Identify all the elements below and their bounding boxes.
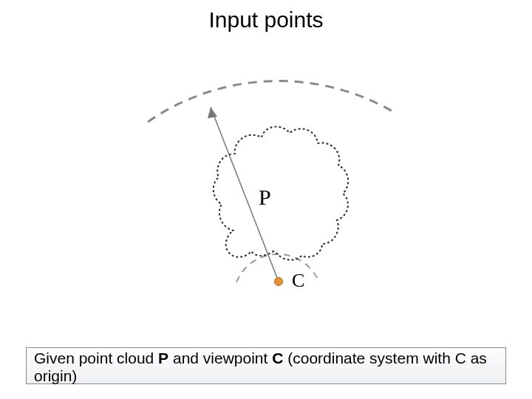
caption-p: P: [158, 349, 168, 366]
caption-c: C: [272, 349, 283, 366]
outer-arc: [148, 81, 392, 122]
caption-box: Given point cloud P and viewpoint C (coo…: [26, 347, 506, 384]
input-points-diagram: [148, 66, 399, 303]
pointcloud-outline: [214, 126, 348, 259]
page-title: Input points: [0, 7, 532, 33]
viewpoint-c-dot: [275, 278, 283, 286]
label-p: P: [259, 185, 271, 210]
caption-text-1: Given point cloud: [34, 349, 158, 366]
caption-text-2: and viewpoint: [168, 349, 272, 366]
label-c: C: [292, 270, 304, 292]
radial-arrow-head: [208, 107, 217, 118]
